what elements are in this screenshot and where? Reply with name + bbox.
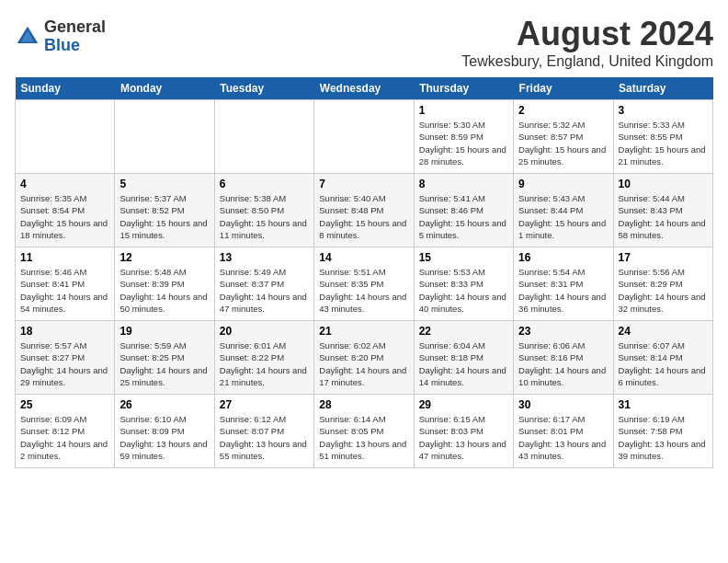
cell-info-text: Sunrise: 6:15 AM Sunset: 8:03 PM Dayligh…	[419, 413, 508, 462]
date-number: 12	[119, 251, 209, 264]
cell-info-text: Sunrise: 6:06 AM Sunset: 8:16 PM Dayligh…	[518, 339, 608, 388]
date-number: 21	[319, 325, 408, 338]
calendar-cell: 28Sunrise: 6:14 AM Sunset: 8:05 PM Dayli…	[314, 395, 414, 468]
calendar-cell: 30Sunrise: 6:17 AM Sunset: 8:01 PM Dayli…	[514, 395, 613, 468]
cell-info-text: Sunrise: 6:02 AM Sunset: 8:20 PM Dayligh…	[319, 339, 408, 388]
date-number: 16	[518, 251, 608, 264]
date-number: 3	[619, 104, 708, 117]
cell-info-text: Sunrise: 6:04 AM Sunset: 8:18 PM Dayligh…	[419, 339, 508, 388]
week-row-3: 11Sunrise: 5:46 AM Sunset: 8:41 PM Dayli…	[16, 247, 713, 321]
date-number: 23	[518, 325, 608, 338]
cell-info-text: Sunrise: 5:51 AM Sunset: 8:35 PM Dayligh…	[319, 266, 408, 315]
date-number: 26	[119, 398, 209, 411]
date-number: 13	[220, 251, 309, 264]
week-row-4: 18Sunrise: 5:57 AM Sunset: 8:27 PM Dayli…	[16, 321, 713, 395]
date-number: 9	[518, 178, 608, 190]
calendar-cell: 22Sunrise: 6:04 AM Sunset: 8:18 PM Dayli…	[414, 321, 513, 395]
calendar-cell: 10Sunrise: 5:44 AM Sunset: 8:43 PM Dayli…	[613, 174, 712, 247]
location-subtitle: Tewkesbury, England, United Kingdom	[461, 53, 713, 70]
week-row-1: 1Sunrise: 5:30 AM Sunset: 8:59 PM Daylig…	[16, 100, 713, 174]
day-header-saturday: Saturday	[613, 77, 712, 100]
date-number: 7	[319, 178, 408, 190]
calendar-cell	[214, 100, 313, 174]
date-number: 27	[220, 398, 309, 411]
title-area: August 2024 Tewkesbury, England, United …	[461, 15, 713, 70]
calendar-cell: 21Sunrise: 6:02 AM Sunset: 8:20 PM Dayli…	[314, 321, 414, 395]
cell-info-text: Sunrise: 5:49 AM Sunset: 8:37 PM Dayligh…	[220, 266, 309, 315]
cell-info-text: Sunrise: 5:44 AM Sunset: 8:43 PM Dayligh…	[619, 192, 708, 241]
calendar-cell	[16, 100, 115, 174]
calendar-cell: 11Sunrise: 5:46 AM Sunset: 8:41 PM Dayli…	[16, 247, 115, 321]
cell-info-text: Sunrise: 5:46 AM Sunset: 8:41 PM Dayligh…	[20, 266, 109, 315]
cell-info-text: Sunrise: 5:59 AM Sunset: 8:25 PM Dayligh…	[119, 339, 209, 388]
day-header-sunday: Sunday	[16, 77, 115, 100]
day-header-wednesday: Wednesday	[314, 77, 414, 100]
calendar-cell: 29Sunrise: 6:15 AM Sunset: 8:03 PM Dayli…	[414, 395, 513, 468]
calendar-cell: 6Sunrise: 5:38 AM Sunset: 8:50 PM Daylig…	[214, 174, 313, 247]
logo-blue-text: Blue	[44, 37, 106, 55]
calendar-cell: 2Sunrise: 5:32 AM Sunset: 8:57 PM Daylig…	[514, 100, 613, 174]
calendar-cell: 16Sunrise: 5:54 AM Sunset: 8:31 PM Dayli…	[514, 247, 613, 321]
calendar-cell: 9Sunrise: 5:43 AM Sunset: 8:44 PM Daylig…	[514, 174, 613, 247]
calendar-cell	[314, 100, 414, 174]
calendar-cell: 15Sunrise: 5:53 AM Sunset: 8:33 PM Dayli…	[414, 247, 513, 321]
date-number: 8	[419, 178, 508, 190]
calendar-cell: 31Sunrise: 6:19 AM Sunset: 7:58 PM Dayli…	[613, 395, 712, 468]
calendar-table: SundayMondayTuesdayWednesdayThursdayFrid…	[15, 77, 713, 468]
date-number: 24	[619, 325, 708, 338]
cell-info-text: Sunrise: 5:56 AM Sunset: 8:29 PM Dayligh…	[619, 266, 708, 315]
calendar-cell: 20Sunrise: 6:01 AM Sunset: 8:22 PM Dayli…	[214, 321, 313, 395]
cell-info-text: Sunrise: 5:35 AM Sunset: 8:54 PM Dayligh…	[20, 192, 109, 241]
date-number: 14	[319, 251, 408, 264]
date-number: 20	[220, 325, 309, 338]
cell-info-text: Sunrise: 6:07 AM Sunset: 8:14 PM Dayligh…	[619, 339, 708, 388]
calendar-cell: 5Sunrise: 5:37 AM Sunset: 8:52 PM Daylig…	[115, 174, 214, 247]
cell-info-text: Sunrise: 5:37 AM Sunset: 8:52 PM Dayligh…	[119, 192, 209, 241]
calendar-cell: 7Sunrise: 5:40 AM Sunset: 8:48 PM Daylig…	[314, 174, 414, 247]
date-number: 10	[619, 178, 708, 190]
calendar-cell: 25Sunrise: 6:09 AM Sunset: 8:12 PM Dayli…	[16, 395, 115, 468]
date-number: 31	[619, 398, 708, 411]
calendar-cell	[115, 100, 214, 174]
date-number: 15	[419, 251, 508, 264]
logo-icon	[15, 24, 40, 50]
cell-info-text: Sunrise: 6:14 AM Sunset: 8:05 PM Dayligh…	[319, 413, 408, 462]
date-number: 28	[319, 398, 408, 411]
header: General Blue August 2024 Tewkesbury, Eng…	[15, 15, 713, 70]
week-row-2: 4Sunrise: 5:35 AM Sunset: 8:54 PM Daylig…	[16, 174, 713, 247]
cell-info-text: Sunrise: 6:09 AM Sunset: 8:12 PM Dayligh…	[20, 413, 109, 462]
cell-info-text: Sunrise: 6:10 AM Sunset: 8:09 PM Dayligh…	[119, 413, 209, 462]
week-row-5: 25Sunrise: 6:09 AM Sunset: 8:12 PM Dayli…	[16, 395, 713, 468]
cell-info-text: Sunrise: 6:17 AM Sunset: 8:01 PM Dayligh…	[518, 413, 608, 462]
cell-info-text: Sunrise: 5:38 AM Sunset: 8:50 PM Dayligh…	[220, 192, 309, 241]
cell-info-text: Sunrise: 5:43 AM Sunset: 8:44 PM Dayligh…	[518, 192, 608, 241]
calendar-cell: 3Sunrise: 5:33 AM Sunset: 8:55 PM Daylig…	[613, 100, 712, 174]
calendar-cell: 8Sunrise: 5:41 AM Sunset: 8:46 PM Daylig…	[414, 174, 513, 247]
month-year-title: August 2024	[461, 15, 713, 53]
calendar-cell: 12Sunrise: 5:48 AM Sunset: 8:39 PM Dayli…	[115, 247, 214, 321]
day-header-thursday: Thursday	[414, 77, 513, 100]
date-number: 5	[119, 178, 209, 190]
cell-info-text: Sunrise: 6:01 AM Sunset: 8:22 PM Dayligh…	[220, 339, 309, 388]
date-number: 30	[518, 398, 608, 411]
logo-general-text: General	[44, 18, 106, 37]
date-number: 4	[20, 178, 109, 190]
date-number: 18	[20, 325, 109, 338]
cell-info-text: Sunrise: 5:54 AM Sunset: 8:31 PM Dayligh…	[518, 266, 608, 315]
cell-info-text: Sunrise: 5:48 AM Sunset: 8:39 PM Dayligh…	[119, 266, 209, 315]
cell-info-text: Sunrise: 6:19 AM Sunset: 7:58 PM Dayligh…	[619, 413, 708, 462]
calendar-cell: 27Sunrise: 6:12 AM Sunset: 8:07 PM Dayli…	[214, 395, 313, 468]
day-header-friday: Friday	[514, 77, 613, 100]
calendar-cell: 17Sunrise: 5:56 AM Sunset: 8:29 PM Dayli…	[613, 247, 712, 321]
cell-info-text: Sunrise: 5:41 AM Sunset: 8:46 PM Dayligh…	[419, 192, 508, 241]
calendar-cell: 13Sunrise: 5:49 AM Sunset: 8:37 PM Dayli…	[214, 247, 313, 321]
calendar-cell: 26Sunrise: 6:10 AM Sunset: 8:09 PM Dayli…	[115, 395, 214, 468]
cell-info-text: Sunrise: 5:32 AM Sunset: 8:57 PM Dayligh…	[518, 119, 608, 167]
cell-info-text: Sunrise: 5:30 AM Sunset: 8:59 PM Dayligh…	[419, 119, 508, 167]
date-number: 1	[419, 104, 508, 117]
logo: General Blue	[15, 18, 106, 55]
cell-info-text: Sunrise: 5:33 AM Sunset: 8:55 PM Dayligh…	[619, 119, 708, 167]
day-header-monday: Monday	[115, 77, 214, 100]
date-number: 22	[419, 325, 508, 338]
cell-info-text: Sunrise: 6:12 AM Sunset: 8:07 PM Dayligh…	[220, 413, 309, 462]
